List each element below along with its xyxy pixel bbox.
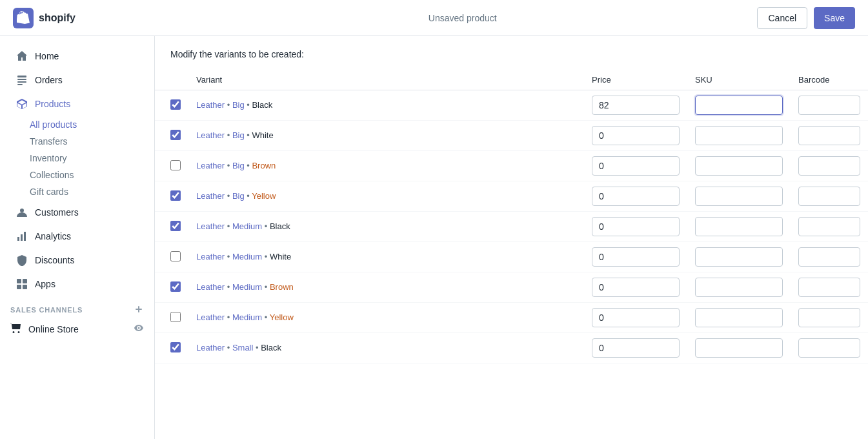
variants-table: Variant Price SKU Barcode Leather • Big …	[155, 70, 868, 363]
svg-rect-0	[17, 76, 26, 77]
table-row: Leather • Medium • White	[155, 242, 868, 272]
row-variant-name-7: Leather • Medium • Yellow	[188, 303, 584, 333]
row-sku-cell-7	[687, 303, 791, 333]
row-sku-cell-8	[687, 333, 791, 363]
sidebar-item-apps[interactable]: Apps	[5, 272, 149, 296]
barcode-input-7[interactable]	[798, 308, 860, 327]
online-store-label: Online Store	[28, 324, 79, 334]
svg-rect-10	[17, 285, 21, 289]
svg-rect-3	[17, 84, 23, 85]
svg-rect-5	[17, 237, 19, 241]
products-icon	[15, 97, 28, 110]
barcode-input-0[interactable]	[798, 96, 860, 115]
barcode-input-3[interactable]	[798, 187, 860, 206]
table-row: Leather • Big • White	[155, 121, 868, 151]
sidebar-subitem-all-products[interactable]: All products	[0, 116, 154, 133]
variants-table-wrap: Variant Price SKU Barcode Leather • Big …	[155, 70, 868, 376]
sidebar-subitem-gift-cards[interactable]: Gift cards	[0, 183, 154, 200]
layout: Home Orders Products All products Transf…	[0, 36, 868, 439]
sku-input-3[interactable]	[695, 187, 783, 206]
barcode-input-6[interactable]	[798, 278, 860, 297]
barcode-input-8[interactable]	[798, 338, 860, 358]
online-store-row: Online Store	[0, 318, 154, 340]
sales-channels-label: SALES CHANNELS	[0, 296, 154, 318]
price-input-3[interactable]	[592, 187, 680, 206]
row-checkbox-cell-0	[155, 90, 188, 121]
row-checkbox-cell-4	[155, 212, 188, 242]
sidebar-item-home[interactable]: Home	[5, 45, 149, 68]
price-input-8[interactable]	[592, 338, 680, 358]
barcode-input-5[interactable]	[798, 247, 860, 267]
row-checkbox-4[interactable]	[170, 221, 181, 231]
sidebar-analytics-label: Analytics	[35, 231, 71, 241]
sidebar-subitem-transfers[interactable]: Transfers	[0, 133, 154, 150]
sku-input-8[interactable]	[695, 338, 783, 358]
sidebar-item-customers[interactable]: Customers	[5, 201, 149, 224]
online-store-eye-icon[interactable]	[134, 323, 144, 335]
row-checkbox-0[interactable]	[170, 99, 181, 110]
row-barcode-cell-7	[791, 303, 868, 333]
row-checkbox-cell-3	[155, 181, 188, 212]
svg-rect-6	[21, 234, 23, 241]
modify-variants-label: Modify the variants to be created:	[155, 36, 868, 70]
row-checkbox-6[interactable]	[170, 281, 181, 292]
col-header-checkbox	[155, 70, 188, 90]
row-barcode-cell-2	[791, 151, 868, 181]
row-checkbox-3[interactable]	[170, 190, 181, 201]
row-price-cell-1	[584, 121, 687, 151]
row-barcode-cell-6	[791, 272, 868, 303]
sidebar-item-analytics[interactable]: Analytics	[5, 225, 149, 248]
barcode-input-4[interactable]	[798, 217, 860, 236]
row-checkbox-2[interactable]	[170, 160, 181, 170]
sidebar-item-products[interactable]: Products	[5, 92, 149, 116]
row-barcode-cell-0	[791, 90, 868, 121]
table-row: Leather • Big • Brown	[155, 151, 868, 181]
save-button[interactable]: Save	[814, 7, 855, 29]
svg-point-4	[20, 209, 24, 212]
sidebar-item-orders[interactable]: Orders	[5, 68, 149, 92]
table-row: Leather • Small • Black	[155, 333, 868, 363]
sidebar-subitem-collections[interactable]: Collections	[0, 167, 154, 183]
row-checkbox-5[interactable]	[170, 251, 181, 261]
sidebar-subitem-inventory[interactable]: Inventory	[0, 150, 154, 167]
price-input-1[interactable]	[592, 126, 680, 145]
col-header-variant: Variant	[188, 70, 584, 90]
price-input-6[interactable]	[592, 278, 680, 297]
sku-input-5[interactable]	[695, 247, 783, 267]
sku-input-7[interactable]	[695, 308, 783, 327]
sidebar-item-discounts[interactable]: Discounts	[5, 249, 149, 272]
price-input-4[interactable]	[592, 217, 680, 236]
table-row: Leather • Big • Black	[155, 90, 868, 121]
sku-input-2[interactable]	[695, 156, 783, 176]
sku-input-0[interactable]	[695, 96, 783, 115]
row-checkbox-cell-6	[155, 272, 188, 303]
sku-input-6[interactable]	[695, 278, 783, 297]
price-input-2[interactable]	[592, 156, 680, 176]
add-sales-channel-icon[interactable]	[134, 304, 144, 316]
sku-input-1[interactable]	[695, 126, 783, 145]
row-checkbox-7[interactable]	[170, 312, 181, 322]
row-checkbox-1[interactable]	[170, 130, 181, 140]
sidebar-apps-label: Apps	[35, 279, 56, 289]
online-store-link[interactable]: Online Store	[10, 322, 79, 336]
sku-input-4[interactable]	[695, 217, 783, 236]
row-variant-name-4: Leather • Medium • Black	[188, 212, 584, 242]
sidebar-discounts-label: Discounts	[35, 255, 74, 265]
analytics-icon	[15, 230, 28, 243]
home-icon	[15, 50, 28, 63]
price-input-5[interactable]	[592, 247, 680, 267]
barcode-input-1[interactable]	[798, 126, 860, 145]
row-checkbox-cell-2	[155, 151, 188, 181]
row-sku-cell-3	[687, 181, 791, 212]
barcode-input-2[interactable]	[798, 156, 860, 176]
price-input-7[interactable]	[592, 308, 680, 327]
row-sku-cell-6	[687, 272, 791, 303]
sidebar: Home Orders Products All products Transf…	[0, 36, 155, 439]
row-checkbox-cell-7	[155, 303, 188, 333]
price-input-0[interactable]	[592, 96, 680, 115]
row-variant-name-3: Leather • Big • Yellow	[188, 181, 584, 212]
svg-rect-11	[23, 285, 27, 289]
row-checkbox-8[interactable]	[170, 342, 181, 352]
row-price-cell-3	[584, 181, 687, 212]
cancel-button[interactable]: Cancel	[757, 7, 807, 29]
